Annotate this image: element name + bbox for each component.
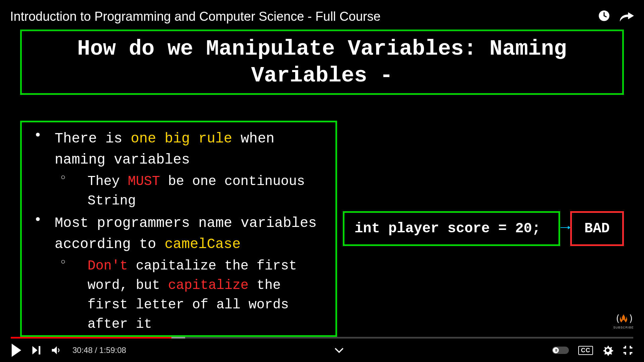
play-icon [11, 344, 22, 357]
svg-text:(: ( [615, 313, 621, 324]
svg-point-3 [606, 349, 609, 352]
arrow-icon [560, 227, 570, 228]
fire-icon: ( ) [615, 312, 632, 325]
volume-button[interactable] [51, 345, 62, 356]
channel-watermark[interactable]: ( ) SUBSCRIBE [613, 312, 634, 329]
time-display: 30:48 / 1:59:08 [72, 346, 126, 355]
current-time: 30:48 [72, 346, 93, 355]
play-button[interactable] [11, 344, 22, 357]
slide-code-example: int player score = 20; [343, 211, 560, 246]
autoplay-toggle[interactable] [552, 347, 569, 354]
chapters-toggle[interactable] [334, 347, 344, 353]
clock-icon [598, 9, 610, 22]
share-icon [620, 9, 634, 22]
sub-bullet-item: Don't capitalize the first word, but cap… [55, 256, 329, 334]
exit-fullscreen-icon [623, 345, 633, 356]
watch-later-button[interactable] [598, 9, 610, 22]
exit-fullscreen-button[interactable] [623, 345, 633, 356]
watermark-subscribe: SUBSCRIBE [613, 326, 634, 329]
bullet-item: There is one big rule when naming variab… [28, 128, 329, 211]
duration: 1:59:08 [99, 346, 126, 355]
autoplay-knob [553, 347, 559, 353]
slide-bullets-box: There is one big rule when naming variab… [20, 121, 337, 337]
slide-bad-label: BAD [570, 211, 624, 246]
captions-button[interactable]: CC [578, 346, 593, 355]
slide-title: How do we Manipulate Variables: Naming V… [35, 36, 609, 89]
volume-icon [51, 345, 62, 356]
next-icon [32, 345, 42, 355]
video-title: Introduction to Programming and Computer… [10, 9, 381, 24]
bullet-item: Most programmers name variables accordin… [28, 213, 329, 334]
share-button[interactable] [620, 9, 634, 22]
svg-text:): ) [628, 313, 632, 324]
gear-icon [602, 345, 613, 356]
chevron-down-icon [334, 347, 344, 353]
sub-bullet-item: They MUST be one continuous String [55, 172, 329, 211]
slide-title-box: How do we Manipulate Variables: Naming V… [20, 29, 624, 95]
settings-button[interactable] [602, 345, 613, 356]
next-button[interactable] [32, 345, 42, 355]
